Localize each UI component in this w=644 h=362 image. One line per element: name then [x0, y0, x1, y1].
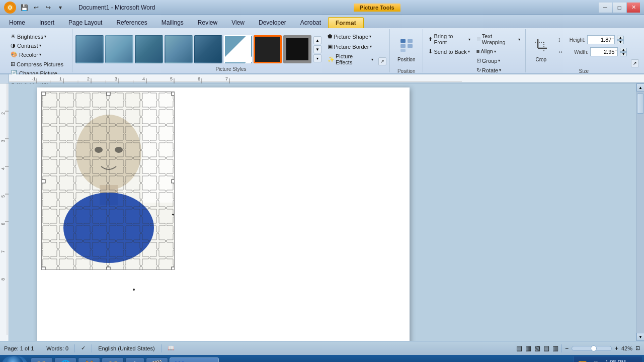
- pic-style-6[interactable]: [224, 35, 252, 63]
- group-button[interactable]: ⊡ Group ▾: [474, 56, 522, 65]
- picture-styles-expand[interactable]: ↗: [378, 57, 386, 65]
- view-reading-button[interactable]: ▧: [534, 344, 540, 352]
- zoom-percent-button[interactable]: ⊡: [635, 345, 640, 351]
- picture-border-button[interactable]: ▣ Picture Border ▾: [326, 42, 375, 51]
- view-outline-button[interactable]: ▤: [543, 344, 549, 352]
- taskbar-settings[interactable]: ⚙: [125, 357, 144, 362]
- taskbar-word[interactable]: W Document1: [170, 357, 219, 362]
- text-wrapping-button[interactable]: ≣ Text Wrapping ▾: [474, 32, 522, 46]
- tab-home[interactable]: Home: [2, 17, 32, 28]
- recolor-button[interactable]: 🎨 Recolor ▾: [9, 50, 48, 59]
- tab-developer[interactable]: Developer: [252, 17, 293, 28]
- position-icon: [399, 38, 414, 56]
- picture-effects-button[interactable]: ✨ Picture Effects ▾: [326, 52, 375, 66]
- tab-mailings[interactable]: Mailings: [154, 17, 191, 28]
- width-row: ↔ Width: ▲ ▼: [557, 47, 627, 56]
- pic-style-8[interactable]: [283, 35, 311, 63]
- send-icon: ⬇: [428, 48, 433, 55]
- pic-style-2[interactable]: [105, 35, 133, 63]
- pic-style-scroll-down[interactable]: ▼: [313, 45, 321, 53]
- zoom-level: 42%: [621, 345, 632, 351]
- width-spin-up[interactable]: ▲: [620, 48, 627, 52]
- send-to-back-button[interactable]: ⬇ Send to Back ▾: [426, 47, 472, 56]
- tab-format[interactable]: Format: [328, 17, 364, 28]
- document-body[interactable]: ✛: [9, 83, 636, 341]
- status-left: Page: 1 of 1 Words: 0 ✓ English (United …: [4, 344, 175, 352]
- size-group-expand[interactable]: ↗: [631, 59, 639, 67]
- crop-button[interactable]: Crop: [528, 32, 553, 68]
- scroll-down-button[interactable]: ▼: [636, 333, 644, 341]
- top-ruler-area: -1 1 2 3 4 5 6 7: [0, 74, 644, 83]
- contrast-button[interactable]: ◑ Contrast ▾: [9, 41, 48, 50]
- book-icon: 📖: [168, 345, 175, 351]
- view-normal-button[interactable]: ▤: [516, 344, 522, 352]
- height-input[interactable]: [587, 35, 615, 44]
- tab-page-layout[interactable]: Page Layout: [61, 17, 109, 28]
- svg-text:6: 6: [198, 76, 200, 81]
- minimize-button[interactable]: ─: [599, 3, 612, 13]
- redo-qa-button[interactable]: ↪: [43, 3, 53, 13]
- pic-style-5[interactable]: [194, 35, 222, 63]
- zoom-slider[interactable]: [572, 346, 612, 351]
- tab-references[interactable]: References: [109, 17, 154, 28]
- taskbar-firefox[interactable]: 🦊: [78, 357, 100, 362]
- height-spin-down[interactable]: ▼: [617, 40, 624, 44]
- rotate-button[interactable]: ↻ Rotate ▾: [474, 66, 522, 74]
- picture-styles-group: ▲ ▼ ▾ ⬟ Picture Shape ▾ ▣ Picture Border…: [72, 29, 390, 72]
- bring-to-front-button[interactable]: ⬆ Bring to Front ▾: [426, 32, 472, 46]
- view-fullscreen-button[interactable]: ▦: [525, 344, 531, 352]
- zoom-in-button[interactable]: +: [615, 345, 618, 352]
- position-button[interactable]: Position: [393, 32, 420, 68]
- pic-style-4[interactable]: [165, 35, 193, 63]
- compress-button[interactable]: ⊞ Compress Pictures: [9, 60, 65, 68]
- zoom-out-button[interactable]: −: [565, 345, 569, 352]
- width-input[interactable]: [590, 47, 618, 56]
- pic-style-scroll-up[interactable]: ▲: [313, 36, 321, 44]
- align-button[interactable]: ≡ Align ▾: [474, 47, 522, 55]
- brightness-button[interactable]: ☀ Brightness ▾: [9, 32, 48, 41]
- compress-icon: ⊞: [11, 61, 15, 67]
- scroll-up-button[interactable]: ▲: [636, 83, 644, 92]
- undo-qa-button[interactable]: ↩: [31, 3, 41, 13]
- view-draft-button[interactable]: ▥: [552, 344, 558, 352]
- horizontal-ruler: -1 1 2 3 4 5 6 7: [9, 74, 644, 83]
- svg-rect-6: [400, 49, 406, 52]
- title-text: Document1 - Microsoft Word: [78, 4, 155, 11]
- group-arrow: ▾: [498, 58, 500, 63]
- pic-style-7[interactable]: [254, 35, 282, 63]
- tab-acrobat[interactable]: Acrobat: [293, 17, 328, 28]
- taskbar-explorer[interactable]: 📂: [31, 357, 53, 362]
- contrast-label: Contrast: [17, 43, 38, 49]
- save-qa-button[interactable]: 💾: [19, 3, 29, 13]
- width-spin-down[interactable]: ▼: [620, 52, 627, 56]
- start-button[interactable]: [2, 356, 27, 362]
- customize-qa-button[interactable]: ▾: [55, 3, 65, 13]
- status-sep-4: [161, 344, 162, 352]
- picture-shape-button[interactable]: ⬟ Picture Shape ▾: [326, 32, 375, 41]
- maximize-button[interactable]: □: [613, 3, 626, 13]
- tab-insert[interactable]: Insert: [32, 17, 61, 28]
- pic-style-scroll-more[interactable]: ▾: [313, 54, 321, 62]
- height-spin-up[interactable]: ▲: [617, 36, 624, 40]
- effects-icon: ✨: [328, 56, 335, 63]
- quick-access: 💾 ↩ ↪ ▾: [19, 3, 65, 13]
- tab-view[interactable]: View: [224, 17, 252, 28]
- svg-rect-57: [172, 179, 175, 183]
- status-sep-3: [92, 344, 92, 352]
- svg-rect-2: [400, 39, 406, 43]
- system-tray: 📶 🔊 1:08 PM 5/17/2013 ▐: [574, 356, 642, 362]
- pic-style-3[interactable]: [135, 35, 163, 63]
- svg-text:8: 8: [1, 278, 6, 281]
- system-time: 1:08 PM 5/17/2013: [603, 359, 628, 362]
- pic-style-1[interactable]: [75, 35, 104, 63]
- taskbar-chrome[interactable]: 🌐: [54, 357, 76, 362]
- taskbar-folder[interactable]: 📁: [102, 357, 124, 362]
- taskbar-media[interactable]: 🎬: [146, 357, 168, 362]
- puzzle-image-container[interactable]: ✛: [41, 92, 175, 270]
- tab-review[interactable]: Review: [191, 17, 224, 28]
- close-button[interactable]: ✕: [627, 3, 640, 13]
- scroll-thumb[interactable]: [637, 94, 644, 114]
- status-sep-2: [74, 344, 75, 352]
- status-sep-5: [561, 344, 562, 352]
- wrapping-icon: ≣: [476, 36, 481, 43]
